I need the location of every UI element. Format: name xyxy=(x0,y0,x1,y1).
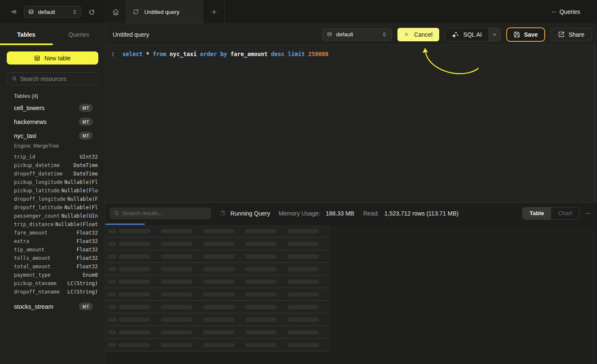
home-tab[interactable] xyxy=(105,0,126,24)
skeleton-cell xyxy=(161,343,192,347)
column-name: passenger_count xyxy=(14,212,59,220)
topbar-right: Queries xyxy=(552,0,597,24)
skeleton-cell xyxy=(245,242,277,246)
sql-code: select * from nyc_taxi order by fare_amo… xyxy=(122,51,597,57)
column-name: tip_amount xyxy=(14,245,44,254)
search-results-input[interactable] xyxy=(122,210,207,216)
skeleton-cell xyxy=(108,229,116,233)
ellipsis-icon xyxy=(585,210,591,216)
column-type: LC(String) xyxy=(68,279,98,288)
sidebar-tab-queries[interactable]: Queries xyxy=(53,24,105,45)
sql-ai-main-button[interactable]: SQL AI xyxy=(445,28,489,41)
queries-button[interactable]: Queries xyxy=(552,8,580,15)
skeleton-cell xyxy=(161,254,192,259)
table-list-item[interactable]: hackernews MT xyxy=(14,115,98,129)
share-button[interactable]: Share xyxy=(551,28,592,41)
cancel-button[interactable]: Cancel xyxy=(397,28,440,41)
skeleton-cell xyxy=(119,267,150,271)
collapse-sidebar-button[interactable] xyxy=(9,8,18,16)
queries-icon xyxy=(552,11,556,13)
new-tab-button[interactable] xyxy=(203,0,224,24)
skeleton-cell xyxy=(245,318,277,322)
query-status: Running Query xyxy=(230,210,270,217)
toolbar-database-select[interactable]: default xyxy=(322,28,392,41)
column-name: payment_type xyxy=(14,271,51,279)
skeleton-cell xyxy=(203,292,235,297)
results-menu-button[interactable] xyxy=(585,210,591,216)
skeleton-row xyxy=(105,225,330,237)
chevrons-up-down-icon xyxy=(382,32,387,37)
skeleton-row xyxy=(105,237,330,250)
sidebar: Tables Queries New table Tables (4) cell… xyxy=(0,24,105,364)
skeleton-row xyxy=(105,263,330,275)
column-row: total_amount Float32 xyxy=(14,262,98,271)
table-list-item[interactable]: stocks_stream MT xyxy=(14,299,98,313)
column-name: pickup_latitude xyxy=(14,186,59,195)
skeleton-cell xyxy=(287,242,319,246)
table-name: hackernews xyxy=(14,119,46,125)
skeleton-cell xyxy=(161,330,192,334)
topbar-database-select[interactable]: default xyxy=(24,6,81,18)
tab-untitled-query[interactable]: Untitled query xyxy=(126,0,203,24)
skeleton-cell xyxy=(203,267,235,271)
skeleton-row xyxy=(105,301,330,313)
new-table-button[interactable]: New table xyxy=(7,51,98,65)
toggle-chart[interactable]: Chart xyxy=(551,208,579,219)
table-list-item[interactable]: cell_towers MT xyxy=(14,101,98,115)
chevron-down-icon xyxy=(492,32,497,37)
skeleton-cell xyxy=(119,305,150,309)
skeleton-cell xyxy=(203,343,235,347)
column-type: Float32 xyxy=(76,237,98,245)
skeleton-cell xyxy=(245,330,277,334)
column-row: passenger_count Nullable(UInt8) xyxy=(14,212,98,220)
column-name: fare_amount xyxy=(14,229,47,237)
column-type: Nullable(UInt8) xyxy=(61,212,98,220)
sql-editor[interactable]: 1 select * from nyc_taxi order by fare_a… xyxy=(105,45,597,202)
column-type: DateTime xyxy=(73,161,98,170)
queries-label: Queries xyxy=(559,8,580,15)
column-row: pickup_ntaname LC(String) xyxy=(14,279,98,288)
table-name: cell_towers xyxy=(14,105,45,111)
editor-scrollbar[interactable] xyxy=(594,45,597,202)
home-icon xyxy=(112,8,119,16)
toggle-table[interactable]: Table xyxy=(523,208,551,219)
table-engine-badge: MT xyxy=(79,132,93,140)
column-type: UInt32 xyxy=(80,153,98,161)
skeleton-cell xyxy=(119,343,150,347)
skeleton-cell xyxy=(287,254,319,259)
column-row: extra Float32 xyxy=(14,237,98,245)
save-button[interactable]: Save xyxy=(506,27,545,42)
column-row: pickup_longitude Nullable(Float64) xyxy=(14,178,98,186)
column-name: dropoff_longitude xyxy=(14,195,66,203)
columns-list: trip_id UInt32 pickup_datetime DateTime … xyxy=(14,153,98,296)
skeleton-cell xyxy=(203,242,235,246)
dot xyxy=(554,11,556,13)
sidebar-tab-tables[interactable]: Tables xyxy=(0,24,53,45)
column-name: dropoff_ntaname xyxy=(14,288,59,296)
search-resources-input[interactable] xyxy=(20,75,93,82)
skeleton-cell xyxy=(119,318,150,322)
table-list-item[interactable]: nyc_taxi MT xyxy=(14,129,98,143)
query-toolbar: Untitled query default xyxy=(105,24,597,45)
skeleton-cell xyxy=(161,318,192,322)
column-type: Float32 xyxy=(76,254,98,262)
refresh-icon xyxy=(89,9,95,15)
column-name: pickup_datetime xyxy=(14,161,59,170)
refresh-button[interactable] xyxy=(87,7,96,16)
sql-ai-dropdown-button[interactable] xyxy=(489,28,500,41)
skeleton-cell xyxy=(287,292,319,297)
skeleton-row xyxy=(105,250,330,263)
x-icon xyxy=(404,32,409,37)
skeleton-row xyxy=(105,275,330,288)
skeleton-cell xyxy=(245,267,277,271)
plus-icon xyxy=(211,9,217,15)
column-type: LC(String) xyxy=(68,288,98,296)
skeleton-cell xyxy=(108,280,116,284)
skeleton-cell xyxy=(287,343,319,347)
column-row: trip_distance Nullable(Float64) xyxy=(14,220,98,229)
table-engine-badge: MT xyxy=(79,302,93,310)
save-icon xyxy=(513,31,520,38)
column-row: tip_amount Float32 xyxy=(14,245,98,254)
skeleton-cell xyxy=(119,292,150,297)
table-engine-detail: Engine: MergeTree xyxy=(14,143,98,149)
